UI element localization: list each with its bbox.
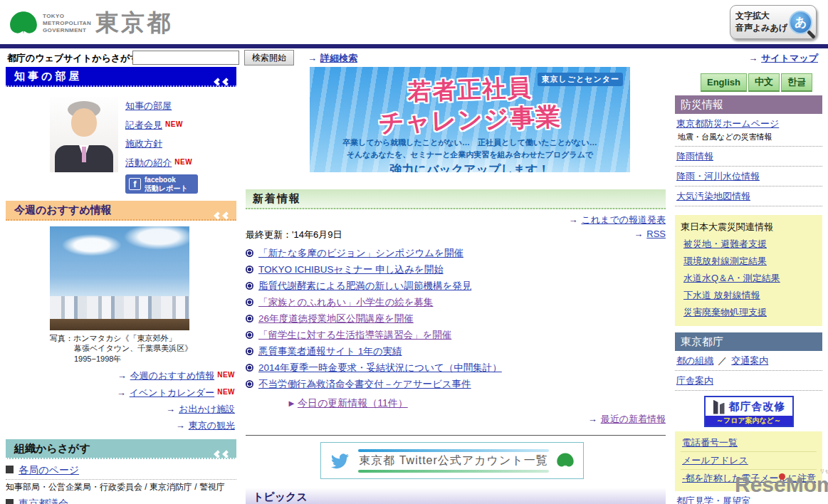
weekly-recommend-link[interactable]: 今週のおすすめ情報	[130, 370, 215, 381]
campaign-banner[interactable]: 東京しごとセンター 若者正社員 チャレンジ事業 卒業してから就職したことがない……	[310, 67, 630, 172]
topics-section-header: トピックス	[246, 488, 666, 504]
assembly-link[interactable]: 東京都議会	[19, 498, 68, 504]
rain-info-row: 降雨情報	[675, 147, 822, 167]
organization-section-header: 組織からさがす	[6, 439, 236, 459]
news-list-item: 脂質代謝酵素による肥満の新しい調節機構を発見	[246, 278, 666, 294]
bullet-icon	[246, 249, 253, 257]
news-link[interactable]: 「新たな多摩のビジョン」シンポジウムを開催	[258, 248, 463, 258]
news-link[interactable]: TOKYO ICHIBUSセミナー 申し込みを開始	[258, 264, 444, 275]
rain-info-link[interactable]: 降雨情報	[676, 151, 713, 162]
content-divider	[246, 435, 666, 436]
news-list-item: TOKYO ICHIBUSセミナー 申し込みを開始	[246, 261, 666, 278]
banner-subtext-line2: そんなあなたを、セミナーと企業内実習を組み合わせたプログラムで	[310, 149, 630, 161]
news-list-item: 悪質事業者通報サイト 1年の実績	[246, 343, 666, 359]
governor-section-header: 知事の部屋	[6, 67, 236, 87]
news-link[interactable]: 「留学生に対する生活指導等講習会」を開催	[258, 330, 451, 340]
recent-news-link[interactable]: 最近の新着情報	[601, 414, 666, 424]
sitemap-link[interactable]: サイトマップ	[761, 53, 818, 63]
policy-link[interactable]: 施政方針	[125, 138, 162, 149]
radiation-results-link[interactable]: 環境放射線測定結果	[683, 256, 767, 266]
news-link[interactable]: 「家族とのふれあい」小学生の絵を募集	[258, 297, 434, 308]
lang-chinese-button[interactable]: 中文	[748, 73, 780, 92]
recommend-photo[interactable]	[50, 226, 189, 330]
banner-subtext-line3: 強力にバックアップします！	[310, 162, 630, 172]
evacuee-support-link[interactable]: 被災地・避難者支援	[683, 238, 767, 249]
ginkgo-leaf-icon	[556, 452, 575, 469]
rss-link[interactable]: RSS	[646, 229, 666, 239]
recommend-section-title: 今週のおすすめ情報	[14, 204, 112, 216]
tokyo-tourism-link[interactable]: 東京の観光	[189, 420, 235, 431]
accessibility-line: 音声よみあげ	[735, 22, 787, 34]
quake-link-row: 環境放射線測定結果	[681, 253, 817, 270]
new-badge: NEW	[165, 120, 183, 128]
news-list: 「新たな多摩のビジョン」シンポジウムを開催 TOKYO ICHIBUSセミナー …	[246, 245, 666, 392]
logo-subtext-line: GOVERNMENT	[43, 27, 91, 34]
left-sidebar: 知事の部屋 知事の部屋 記者会見NEW 施政方針 活動の紹介NEW f face…	[6, 67, 236, 504]
transport-access-link[interactable]: 交通案内	[731, 355, 768, 366]
lang-english-button[interactable]: English	[701, 73, 747, 92]
recommend-link-row: →イベントカレンダーNEW	[6, 384, 235, 401]
double-chevron-icon	[212, 72, 229, 90]
topics-section-title: トピックス	[253, 490, 308, 503]
city-hall-renovation-badge[interactable]: 都庁舎改修 ～フロア案内など～	[704, 396, 794, 427]
news-list-item: 「留学生に対する生活指導等講習会」を開催	[246, 327, 666, 343]
logo-subtext-line: METROPOLITAN	[43, 20, 91, 27]
facebook-badge[interactable]: f facebook 活動レポート	[125, 174, 198, 194]
recommend-link-row: →今週のおすすめ情報NEW	[6, 367, 235, 384]
today-updates-link[interactable]: 今日の更新情報（11件）	[298, 397, 408, 409]
magnifier-icon: あ	[789, 11, 812, 34]
news-link[interactable]: 悪質事業者通報サイト 1年の実績	[258, 346, 402, 357]
facebook-badge-title: facebook	[145, 176, 188, 184]
governor-photo[interactable]	[50, 97, 118, 172]
slash-separator: ／	[718, 355, 727, 366]
advanced-search-link[interactable]: 詳細検索	[320, 53, 357, 63]
search-submit-button[interactable]: 検索開始	[244, 50, 294, 65]
governor-room-link[interactable]: 知事の部屋	[125, 100, 172, 111]
phone-list-link[interactable]: 電話番号一覧	[682, 437, 738, 448]
disaster-note: 地震・台風などの災害情報	[676, 130, 822, 143]
arrow-icon: →	[117, 387, 126, 398]
river-level-link[interactable]: 降雨・河川水位情報	[676, 171, 760, 182]
press-conference-link[interactable]: 記者会見	[125, 120, 162, 130]
disaster-home-row: 東京都防災ホームページ 地震・台風などの災害情報	[675, 114, 822, 147]
recommend-link-row: →お出かけ施設	[6, 401, 235, 417]
news-link[interactable]: 2014年夏季一時金要求・妥結状況について（中間集計）	[258, 362, 502, 373]
disaster-home-link[interactable]: 東京都防災ホームページ	[676, 118, 779, 129]
mail-address-link[interactable]: メールアドレス	[682, 455, 748, 466]
air-pollution-link[interactable]: 大気汚染地図情報	[676, 191, 750, 201]
disaster-waste-link[interactable]: 災害廃棄物処理支援	[683, 307, 767, 317]
earthquake-info-box: 東日本大震災関連情報 被災地・避難者支援 環境放射線測定結果 水道水Q＆A・測定…	[675, 215, 822, 326]
governor-block: 知事の部屋 記者会見NEW 施政方針 活動の紹介NEW f facebook 活…	[6, 97, 236, 194]
event-calendar-link[interactable]: イベントカレンダー	[130, 387, 214, 398]
magnifier-char: あ	[795, 14, 807, 31]
metro-organization-link[interactable]: 都の組織	[676, 355, 713, 366]
governor-links: 知事の部屋 記者会見NEW 施政方針 活動の紹介NEW f facebook 活…	[125, 97, 198, 194]
quake-link-row: 水道水Q＆A・測定結果	[681, 270, 817, 287]
today-updates-row: ►今日の更新情報（11件）	[287, 397, 666, 410]
org-link-row: 各局のページ	[6, 464, 236, 480]
lang-korean-button[interactable]: 한글	[781, 73, 812, 92]
news-link[interactable]: 26年度道徳授業地区公開講座を開催	[258, 313, 414, 324]
press-releases-link[interactable]: これまでの報道発表	[581, 214, 666, 225]
search-input[interactable]	[132, 51, 239, 65]
news-link[interactable]: 不当労働行為救済命令書交付－ケアサービス事件	[258, 379, 471, 389]
recent-news-row: →最近の新着情報	[246, 413, 666, 426]
site-title: 東京都	[95, 7, 172, 39]
organization-section-title: 組織からさがす	[14, 442, 90, 454]
contact-link-row: 電話番号一覧	[681, 434, 817, 452]
twitter-accounts-banner[interactable]: 東京都 Twitter公式アカウント一覧	[320, 442, 584, 479]
site-logo[interactable]: TOKYO METROPOLITAN GOVERNMENT 東京都	[9, 7, 172, 39]
hall-guide-link[interactable]: 庁舎案内	[676, 375, 713, 386]
sewer-radiation-link[interactable]: 下水道 放射線情報	[683, 290, 760, 300]
square-bullet-icon	[6, 466, 14, 473]
activities-link[interactable]: 活動の紹介	[125, 157, 172, 168]
recommend-section-header: 今週のおすすめ情報	[6, 201, 236, 221]
outing-facilities-link[interactable]: お出かけ施設	[179, 404, 235, 414]
caption-line: 写真：ホンマタカシ《「東京郊外」	[50, 333, 236, 343]
contact-link-row: メールアドレス	[681, 452, 817, 470]
bureau-pages-link[interactable]: 各局のページ	[19, 464, 79, 476]
tap-water-qa-link[interactable]: 水道水Q＆A・測定結果	[683, 273, 780, 283]
hall-guide-row: 庁舎案内	[675, 371, 822, 391]
accessibility-button[interactable]: 文字拡大 音声よみあげ あ	[730, 5, 817, 39]
news-link[interactable]: 脂質代謝酵素による肥満の新しい調節機構を発見	[258, 280, 471, 291]
